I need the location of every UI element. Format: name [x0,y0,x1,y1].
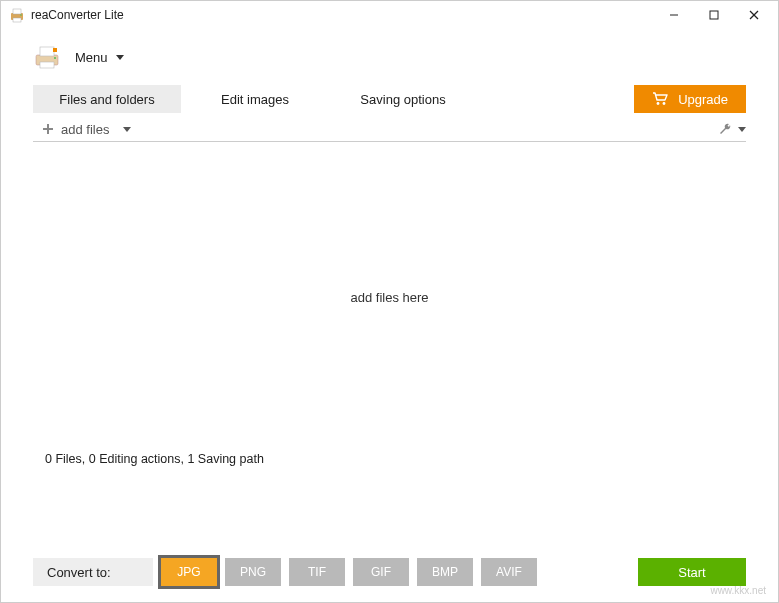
maximize-button[interactable] [694,2,734,28]
menu-row: Menu [1,29,778,85]
format-bmp-button[interactable]: BMP [417,558,473,586]
window-title: reaConverter Lite [31,8,654,22]
svg-rect-2 [13,18,21,22]
svg-point-15 [663,102,666,105]
close-button[interactable] [734,2,774,28]
printer-icon [33,43,61,71]
convert-to-label: Convert to: [33,558,153,586]
settings-button[interactable] [718,121,746,137]
start-label: Start [678,565,705,580]
upgrade-label: Upgrade [678,92,728,107]
watermark: www.kkx.net [710,585,766,596]
minimize-button[interactable] [654,2,694,28]
format-png-button[interactable]: PNG [225,558,281,586]
tab-saving-options[interactable]: Saving options [329,85,477,113]
status-text: 0 Files, 0 Editing actions, 1 Saving pat… [45,452,264,466]
format-avif-button[interactable]: AVIF [481,558,537,586]
app-icon [9,7,25,23]
drop-hint: add files here [350,290,428,305]
bottom-row: Convert to: JPG PNG TIF GIF BMP AVIF Sta… [33,558,746,586]
svg-point-12 [54,57,56,59]
titlebar: reaConverter Lite [1,1,778,29]
start-button[interactable]: Start [638,558,746,586]
format-gif-button[interactable]: GIF [353,558,409,586]
svg-rect-11 [40,62,54,68]
svg-marker-13 [116,55,124,60]
chevron-down-icon [123,127,131,132]
svg-rect-10 [53,48,57,52]
chevron-down-icon [116,55,124,60]
svg-rect-1 [13,9,21,14]
wrench-icon [718,121,734,137]
svg-rect-5 [710,11,718,19]
format-tif-button[interactable]: TIF [289,558,345,586]
chevron-down-icon [738,127,746,132]
menu-label: Menu [75,50,108,65]
add-files-label: add files [61,122,109,137]
drop-area[interactable]: add files here [1,142,778,452]
svg-point-14 [657,102,660,105]
menu-button[interactable]: Menu [75,50,124,65]
tab-label: Edit images [221,92,289,107]
tab-label: Saving options [360,92,445,107]
cart-icon [652,92,668,106]
tab-files-and-folders[interactable]: Files and folders [33,85,181,113]
plus-icon [41,122,55,136]
addfiles-row: add files [1,113,778,141]
svg-marker-18 [123,127,131,132]
tab-label: Files and folders [59,92,154,107]
upgrade-button[interactable]: Upgrade [634,85,746,113]
add-files-button[interactable]: add files [41,122,131,137]
format-jpg-button[interactable]: JPG [161,558,217,586]
svg-point-3 [20,14,22,16]
svg-marker-19 [738,127,746,132]
tabs-row: Files and folders Edit images Saving opt… [1,85,778,113]
status-row: 0 Files, 0 Editing actions, 1 Saving pat… [1,452,778,484]
svg-rect-9 [40,47,54,56]
tab-edit-images[interactable]: Edit images [181,85,329,113]
